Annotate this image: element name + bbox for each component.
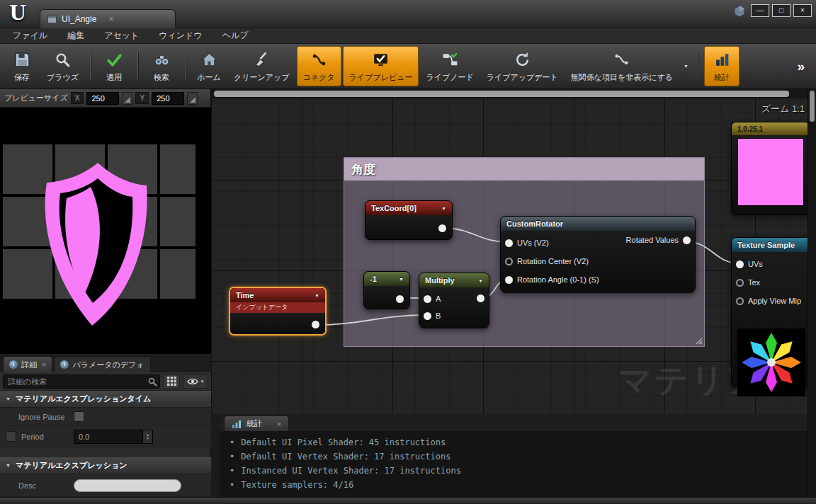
live-nodes-toggle-button[interactable]: ライブノード <box>420 46 479 86</box>
live-preview-label: ライブプレビュー <box>349 72 413 83</box>
graph-vertical-scrollbar[interactable] <box>808 89 816 497</box>
comment-header[interactable]: 角度 <box>344 158 704 181</box>
info-icon: i <box>60 360 69 369</box>
live-nodes-icon <box>441 50 459 70</box>
graph-vertical-scrollbar-thumb[interactable] <box>810 91 815 122</box>
preview-y-drag-icon[interactable] <box>187 92 198 105</box>
node-multiply[interactable]: Multiply ▼ A B <box>419 273 489 328</box>
search-button[interactable]: 検索 <box>144 46 179 86</box>
asset-tab[interactable]: UI_Angle × <box>40 9 176 28</box>
stats-panel: 統計 × •Default UI Pixel Shader: 45 instru… <box>220 414 808 497</box>
stats-line: •Default UI Pixel Shader: 45 instruction… <box>222 435 805 449</box>
section-material-expression-time[interactable]: ▼ マテリアルエクスプレッションタイム <box>0 391 211 408</box>
save-icon <box>13 50 31 70</box>
multiply-b-input-pin[interactable] <box>424 312 431 320</box>
menu-help[interactable]: ヘルプ <box>222 30 249 42</box>
collapse-arrow-icon[interactable]: ▼ <box>478 278 483 283</box>
menu-file[interactable]: ファイル <box>13 30 47 42</box>
save-button[interactable]: 保存 <box>4 46 40 86</box>
details-search-input[interactable] <box>3 374 160 389</box>
stats-bars-icon <box>713 50 731 70</box>
node-custom-rotator[interactable]: CustomRotator UVs (V2) Rotation Center (… <box>500 216 696 292</box>
rotator-uvs-input-pin[interactable] <box>505 239 513 247</box>
connectors-toggle-button[interactable]: コネクタ <box>297 46 341 86</box>
minus-one-output-pin[interactable] <box>396 295 404 303</box>
rotator-angle-input-pin[interactable] <box>505 276 513 284</box>
home-icon <box>200 50 218 70</box>
period-stepper-icon[interactable]: ▲▼ <box>142 430 152 443</box>
collapse-arrow-icon[interactable]: ▼ <box>441 206 446 211</box>
texture-sample-uvs-input-pin[interactable] <box>736 260 744 268</box>
section-material-expression[interactable]: ▼ マテリアルエクスプレッション <box>0 457 211 474</box>
minimize-button[interactable]: — <box>751 4 769 17</box>
period-value-field[interactable]: 0.0 ▲▼ <box>74 430 153 444</box>
multiply-a-label: A <box>436 294 441 303</box>
live-update-label: ライブアップデート <box>487 72 558 83</box>
rotator-output-pin[interactable] <box>683 236 691 244</box>
tab-details-close-icon[interactable]: × <box>42 360 46 369</box>
cleanup-label: クリーンアップ <box>234 72 290 83</box>
toolbar-overflow-chevron-icon[interactable]: » <box>790 59 812 74</box>
preview-y-value[interactable]: 250 <box>152 92 184 105</box>
multiply-output-pin[interactable] <box>477 294 484 302</box>
apply-button[interactable]: 適用 <box>96 46 132 86</box>
tab-stats[interactable]: 統計 × <box>224 416 289 431</box>
browse-icon <box>54 50 72 70</box>
preview-x-value[interactable]: 250 <box>86 92 119 105</box>
comment-resize-grip-icon[interactable] <box>694 336 703 345</box>
preview-y-label: Y <box>135 92 149 104</box>
live-preview-toggle-button[interactable]: ライブプレビュー <box>343 46 419 86</box>
node-minus-one[interactable]: -1 ▼ <box>363 271 410 309</box>
live-nodes-label: ライブノード <box>426 72 473 83</box>
asset-tab-close-icon[interactable]: × <box>108 14 113 24</box>
node-texcoord[interactable]: TexCoord[0] ▼ <box>365 200 453 240</box>
tab-parameter-defaults[interactable]: i パラメータのデフォ <box>54 356 150 372</box>
window-controls: — □ × <box>751 4 812 17</box>
material-graph-canvas[interactable]: マテリアル 角度 TexCoord[0] ▼ CustomRotator UV <box>211 89 816 414</box>
home-button[interactable]: ホーム <box>191 46 227 86</box>
hide-unrelated-toggle-button[interactable]: 無関係な項目を非表示にする <box>565 46 679 86</box>
multiply-a-input-pin[interactable] <box>424 295 431 303</box>
texcoord-output-pin[interactable] <box>438 224 446 232</box>
preview-viewport[interactable] <box>0 108 211 354</box>
view-options-button[interactable]: ▼ <box>183 374 208 389</box>
collapse-arrow-icon[interactable]: ▼ <box>314 293 319 298</box>
period-value: 0.0 <box>79 433 89 441</box>
graph-horizontal-scrollbar[interactable] <box>211 89 808 98</box>
period-override-checkbox[interactable] <box>6 431 16 442</box>
desc-input-field[interactable] <box>74 479 181 492</box>
node-texcoord-title: TexCoord[0] <box>371 204 416 212</box>
property-matrix-button[interactable] <box>163 374 180 389</box>
time-output-pin[interactable] <box>312 321 319 328</box>
close-button[interactable]: × <box>793 4 812 17</box>
browse-button[interactable]: ブラウズ <box>41 46 84 86</box>
stats-line-text: Instanced UI Vertex Shader: 17 instructi… <box>241 464 461 478</box>
node-time[interactable]: Time ▼ インプットデータ <box>229 287 327 336</box>
property-row-desc: Desc <box>0 474 211 497</box>
graph-horizontal-scrollbar-thumb[interactable] <box>214 91 789 97</box>
node-constant-vector[interactable]: 1,0.25,1 <box>731 122 810 215</box>
maximize-button[interactable]: □ <box>772 4 790 17</box>
texture-sample-tex-input-pin[interactable] <box>736 279 744 287</box>
texture-sample-mip-input-pin[interactable] <box>736 297 744 305</box>
node-texture-sample[interactable]: Texture Sample UVs Tex Apply View Mip <box>731 237 816 387</box>
section-expand-arrow-icon: ▼ <box>6 396 11 401</box>
live-update-toggle-button[interactable]: ライブアップデート <box>481 46 564 86</box>
hide-unrelated-dropdown-caret-icon[interactable]: ▼ <box>680 61 692 71</box>
menu-asset[interactable]: アセット <box>104 30 139 42</box>
stats-toggle-button[interactable]: 統計 <box>704 46 740 86</box>
ignore-pause-checkbox[interactable] <box>74 411 84 422</box>
preview-details-panel: プレビューサイズ X 250 Y 250 i 詳細 × i <box>0 89 211 497</box>
tab-details[interactable]: i 詳細 × <box>3 356 52 372</box>
grid-icon <box>167 377 176 386</box>
collapse-arrow-icon[interactable]: ▼ <box>399 277 404 282</box>
tab-stats-close-icon[interactable]: × <box>277 420 281 428</box>
property-row-ignore-pause: Ignore Pause <box>0 408 211 426</box>
cleanup-button[interactable]: クリーンアップ <box>228 46 295 86</box>
info-icon: i <box>9 360 18 369</box>
menu-edit[interactable]: 編集 <box>67 30 84 42</box>
rotator-center-input-pin[interactable] <box>505 258 513 265</box>
connectors-label: コネクタ <box>303 72 335 83</box>
menu-window[interactable]: ウィンドウ <box>159 30 202 42</box>
preview-x-drag-icon[interactable] <box>122 92 132 105</box>
